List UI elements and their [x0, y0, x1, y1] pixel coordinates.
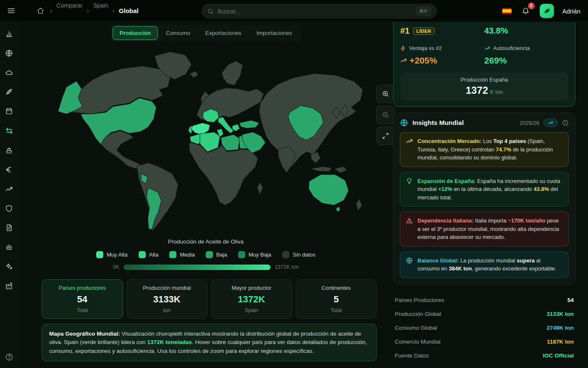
map-country[interactable] — [189, 143, 258, 205]
legend-item: Alta — [139, 251, 158, 258]
map-country[interactable] — [222, 61, 243, 85]
advantage-label-row: Ventaja vs #2 — [400, 45, 484, 51]
insights-period: 2025/26 — [520, 120, 539, 126]
insight-dependencia: Dependencia Italiana: Italia importa ~17… — [400, 212, 569, 246]
map-country[interactable] — [311, 167, 332, 172]
card-mayor-productor: Mayor productor 1372K Spain — [211, 279, 292, 319]
market-share-value: 43.8% — [484, 26, 568, 36]
bar-chart-icon[interactable] — [5, 30, 13, 38]
language-flag-spain[interactable] — [502, 8, 512, 14]
main-content: Producción Consumo Exportaciones Importa… — [18, 22, 393, 368]
summary-cards: Países productores 54 Total Producción m… — [42, 279, 377, 319]
map-country[interactable] — [101, 131, 143, 169]
legend-item: Baja — [206, 251, 227, 258]
factory-icon[interactable] — [5, 282, 13, 290]
ship-icon[interactable] — [5, 146, 13, 154]
zoom-out-button[interactable] — [376, 106, 395, 124]
legend-swatch — [139, 251, 146, 258]
scale-gradient-bar — [123, 265, 270, 270]
tab-produccion[interactable]: Producción — [113, 26, 158, 40]
globe-icon — [400, 119, 408, 127]
legend-swatch — [169, 251, 176, 258]
trending-up-icon — [400, 57, 407, 64]
trending-up-icon — [484, 45, 490, 51]
tab-importaciones[interactable]: Importaciones — [249, 26, 299, 40]
bell-icon — [522, 7, 530, 15]
user-name: Adrián — [562, 8, 580, 15]
lightning-icon — [400, 45, 406, 51]
lightbulb-icon — [406, 177, 413, 202]
trending-up-icon[interactable] — [5, 185, 13, 193]
world-map-svg — [42, 48, 378, 233]
avatar[interactable] — [540, 4, 554, 18]
map-country[interactable] — [190, 71, 198, 78]
shield-icon[interactable] — [5, 204, 13, 212]
euro-icon[interactable] — [5, 166, 13, 174]
map-country[interactable] — [257, 182, 263, 195]
trend-pill-button[interactable] — [543, 119, 558, 127]
search-input[interactable] — [218, 8, 412, 15]
calendar-icon[interactable] — [5, 107, 13, 115]
legend-item: Muy Alta — [96, 251, 128, 258]
robot-icon[interactable] — [5, 243, 13, 251]
trending-up-icon — [406, 137, 413, 162]
stat-row: Producción Global 3133K ton — [393, 307, 575, 321]
selfsuff-value: 269% — [484, 56, 568, 66]
document-icon[interactable] — [5, 224, 13, 232]
map-controls — [376, 85, 395, 145]
breadcrumb-comparar[interactable]: Comparar — [56, 2, 82, 9]
map-country[interactable] — [309, 175, 349, 205]
home-icon[interactable] — [35, 5, 46, 16]
map-country[interactable] — [334, 167, 347, 173]
rank-value: #1 — [400, 26, 410, 36]
insight-expansion: Expansión de España: España ha increment… — [400, 172, 569, 207]
card-continentes: Continentes 5 Total — [296, 279, 377, 319]
leaf-icon — [543, 7, 551, 15]
info-icon[interactable] — [562, 119, 569, 126]
notifications-button[interactable]: 3 — [520, 5, 531, 17]
breadcrumb-current: Global — [119, 7, 139, 14]
stat-row: Comercio Mundial 1187K ton — [393, 335, 575, 349]
scale-max: 1372K ton — [275, 264, 299, 270]
map-country[interactable] — [239, 120, 259, 128]
legend-item: Muy Baja — [238, 251, 271, 258]
map-legend: Muy Alta Alta Media Baja Muy Baja Sin da… — [18, 251, 393, 258]
insight-balance: Balance Global: La producción mundial su… — [400, 252, 569, 278]
chevron-right-icon: › — [87, 7, 89, 15]
sparkles-icon[interactable] — [5, 262, 13, 270]
zoom-in-button[interactable] — [376, 85, 395, 103]
compare-arrows-icon[interactable] — [5, 127, 13, 135]
metric-tabs: Producción Consumo Exportaciones Importa… — [111, 24, 301, 42]
search-icon — [207, 8, 214, 15]
stat-row: Países Productores 54 — [393, 293, 575, 307]
globe-icon — [406, 257, 413, 273]
production-unit: K ton — [490, 89, 503, 95]
menu-icon[interactable] — [5, 5, 17, 16]
legend-swatch — [282, 251, 289, 258]
notification-badge: 3 — [528, 3, 535, 9]
tab-consumo[interactable]: Consumo — [159, 26, 197, 40]
insights-card: Insights Mundial 2025/26 Concentración M… — [393, 113, 575, 285]
scale-min: 0K — [113, 264, 119, 270]
tab-exportaciones[interactable]: Exportaciones — [198, 26, 249, 40]
insights-title: Insights Mundial — [412, 119, 515, 127]
breadcrumb-spain[interactable]: Spain — [93, 2, 108, 9]
olive-branch-icon[interactable] — [5, 88, 13, 96]
warning-icon — [406, 217, 413, 241]
help-icon[interactable] — [5, 353, 13, 361]
chevron-right-icon: › — [50, 7, 52, 15]
search-bar[interactable]: ⌘K — [202, 4, 437, 19]
map-country[interactable] — [336, 207, 340, 212]
breadcrumb: › Comparar › Spain › Global — [35, 5, 139, 16]
insight-concentracion: Concentración Mercado: Los Top 4 países … — [400, 132, 569, 167]
map-country[interactable] — [356, 199, 362, 211]
map-country[interactable] — [232, 124, 240, 131]
fullscreen-button[interactable] — [376, 127, 395, 145]
legend-swatch — [238, 251, 245, 258]
right-panel: #1 LÍDER 43.8% Ventaja vs #2 Autosuficie… — [393, 22, 575, 368]
map-title: Producción de Aceite de Oliva — [18, 238, 393, 245]
cloud-icon[interactable] — [5, 69, 13, 77]
globe-icon[interactable] — [5, 49, 13, 57]
map-country[interactable] — [278, 146, 295, 173]
world-choropleth-map — [42, 48, 378, 233]
